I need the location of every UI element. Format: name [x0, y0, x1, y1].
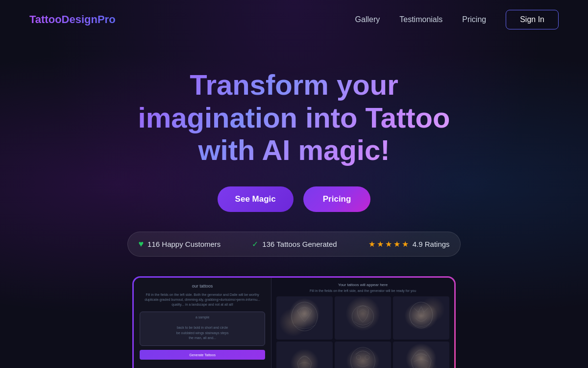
stat-tattoos: ✓ 136 Tattoos Generated	[252, 239, 337, 249]
stars-container: ★ ★ ★ ★ ★	[368, 239, 409, 249]
nav-testimonials[interactable]: Testimonials	[399, 15, 442, 24]
app-preview-container: our tattoos Fill in the fields on the le…	[132, 276, 456, 368]
tattoo-cell-1	[276, 296, 333, 340]
tattoo-cell-5	[335, 342, 391, 368]
star-2: ★	[377, 239, 384, 249]
generate-button-label: Generate Tattoos	[189, 353, 216, 357]
hero-title: Transform your imagination into Tattoo w…	[108, 69, 480, 167]
app-right-subtitle: Fill in the fields on the left side, and…	[276, 289, 449, 292]
svg-point-6	[356, 355, 361, 360]
tattoos-generated-text: 136 Tattoos Generated	[262, 240, 337, 248]
svg-point-3	[410, 302, 433, 328]
hero-title-line2: with AI magic!	[198, 134, 390, 166]
app-preview-inner: our tattoos Fill in the fields on the le…	[134, 278, 454, 368]
svg-point-5	[351, 347, 375, 368]
nav-gallery[interactable]: Gallery	[355, 15, 380, 24]
app-input-text: a sample back to be bold in short and ci…	[143, 315, 262, 341]
check-icon: ✓	[252, 239, 258, 249]
hero-buttons: See Magic Pricing	[0, 186, 588, 212]
nav-links: Gallery Testimonials Pricing Sign In	[355, 10, 559, 29]
tattoo-cell-6	[393, 342, 449, 368]
star-5: ★	[402, 239, 409, 249]
app-right-title: Your tattoos will appear here	[276, 283, 449, 287]
app-generate-button[interactable]: Generate Tattoos	[140, 350, 265, 360]
hero-section: Transform your imagination into Tattoo w…	[0, 39, 588, 368]
stat-rating: ★ ★ ★ ★ ★ 4.9 Ratings	[368, 239, 450, 249]
hero-title-line1: Transform your imagination into Tattoo	[138, 69, 450, 133]
nav-pricing[interactable]: Pricing	[462, 15, 486, 24]
tattoo-cell-2	[335, 296, 391, 340]
svg-point-2	[352, 306, 374, 327]
star-4: ★	[393, 239, 400, 249]
see-magic-button[interactable]: See Magic	[218, 186, 294, 212]
stat-customers: ♥ 116 Happy Customers	[138, 239, 220, 249]
pricing-button[interactable]: Pricing	[303, 186, 371, 212]
tattoo-cell-4	[276, 342, 333, 368]
app-left-panel: our tattoos Fill in the fields on the le…	[134, 278, 271, 368]
navbar: TattooDesignPro Gallery Testimonials Pri…	[0, 0, 588, 39]
star-1: ★	[368, 239, 375, 249]
signin-button[interactable]: Sign In	[506, 10, 559, 29]
logo[interactable]: TattooDesignPro	[29, 13, 116, 26]
tattoo-grid	[276, 296, 449, 368]
app-right-panel: Your tattoos will appear here Fill in th…	[271, 278, 454, 368]
stats-bar: ♥ 116 Happy Customers ✓ 136 Tattoos Gene…	[127, 232, 461, 257]
app-input-field[interactable]: a sample back to be bold in short and ci…	[140, 312, 265, 346]
app-panel-description: Fill in the fields on the left side. Bot…	[140, 292, 265, 307]
svg-point-1	[300, 308, 309, 317]
heart-icon: ♥	[138, 239, 144, 249]
happy-customers-text: 116 Happy Customers	[147, 240, 220, 248]
svg-point-4	[418, 311, 424, 316]
svg-point-7	[365, 355, 369, 360]
rating-text: 4.9 Ratings	[413, 240, 450, 248]
tattoo-cell-3	[393, 296, 449, 340]
app-panel-header: our tattoos	[140, 284, 265, 289]
star-3: ★	[385, 239, 392, 249]
